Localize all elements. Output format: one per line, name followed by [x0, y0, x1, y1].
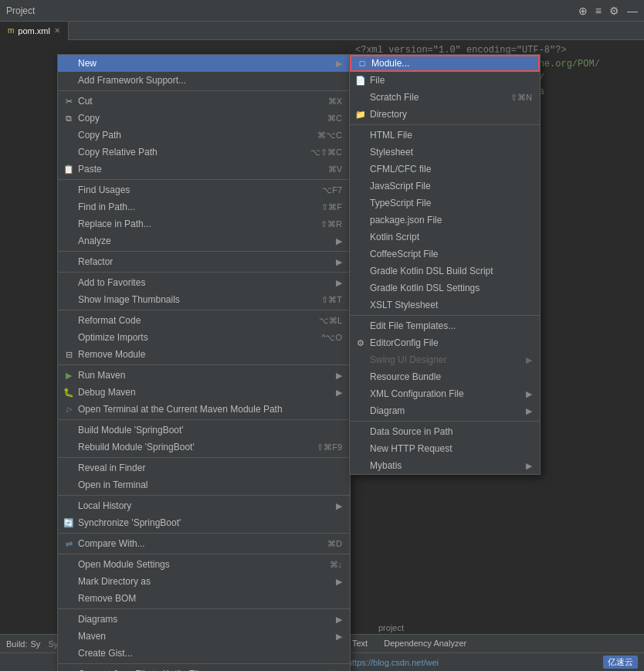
- separator-8: [58, 457, 350, 458]
- submenu-label-resource-bundle: Resource Bundle: [370, 371, 532, 382]
- menu-item-new[interactable]: New ▶: [58, 55, 350, 72]
- menu-label-add-to-favorites: Add to Favorites: [78, 277, 336, 288]
- menu-item-open-in-terminal[interactable]: Open in Terminal: [58, 476, 350, 493]
- menu-item-mark-directory-as[interactable]: Mark Directory as ▶: [58, 573, 350, 590]
- submenu-item-editorconfig-file[interactable]: ⚙ EditorConfig File: [350, 334, 540, 351]
- menu-item-paste[interactable]: 📋 Paste ⌘V: [58, 161, 350, 178]
- menu-label-remove-module: Remove Module: [78, 349, 342, 360]
- menu-item-copy-path[interactable]: Copy Path ⌘⌥C: [58, 127, 350, 144]
- add-icon[interactable]: ⊕: [578, 5, 588, 17]
- submenu-item-scratch-file[interactable]: Scratch File ⇧⌘N: [350, 89, 540, 106]
- menu-item-rebuild-module[interactable]: Rebuild Module 'SpringBoot' ⇧⌘F9: [58, 439, 350, 456]
- project-title: Project: [6, 5, 35, 16]
- submenu-item-diagram[interactable]: Diagram ▶: [350, 402, 540, 419]
- arrow-icon-new: ▶: [336, 59, 342, 69]
- arrow-icon-swing: ▶: [526, 355, 532, 365]
- settings-icon[interactable]: ⚙: [609, 5, 619, 17]
- menu-item-copy-relative-path[interactable]: Copy Relative Path ⌥⇧⌘C: [58, 144, 350, 161]
- submenu-item-stylesheet[interactable]: Stylesheet: [350, 144, 540, 161]
- project-label: project: [378, 623, 404, 632]
- menu-item-build-module[interactable]: Build Module 'SpringBoot': [58, 422, 350, 439]
- menu-item-show-image-thumbnails[interactable]: Show Image Thumbnails ⇧⌘T: [58, 291, 350, 308]
- submenu-label-xml-configuration-file: XML Configuration File: [370, 388, 526, 399]
- menu-icon[interactable]: ≡: [595, 5, 602, 17]
- submenu-item-mybatis[interactable]: Mybatis ▶: [350, 457, 540, 474]
- cut-icon: ✂: [63, 97, 75, 107]
- arrow-icon-mybatis: ▶: [526, 461, 532, 471]
- menu-item-debug-maven[interactable]: 🐛 Debug Maven ▶: [58, 384, 350, 401]
- menu-item-replace-in-path[interactable]: Replace in Path... ⇧⌘R: [58, 215, 350, 232]
- menu-item-maven[interactable]: Maven ▶: [58, 628, 350, 645]
- menu-item-add-to-favorites[interactable]: Add to Favorites ▶: [58, 274, 350, 291]
- submenu-item-gradle-kotlin-settings[interactable]: Gradle Kotlin DSL Settings: [350, 280, 540, 297]
- menu-item-remove-module[interactable]: ⊟ Remove Module: [58, 346, 350, 363]
- submenu-label-swing-ui-designer: Swing UI Designer: [370, 354, 526, 365]
- menu-item-diagrams[interactable]: Diagrams ▶: [58, 611, 350, 628]
- submenu-label-editorconfig-file: EditorConfig File: [370, 337, 532, 348]
- submenu-item-module[interactable]: □ Module...: [350, 55, 540, 72]
- menu-label-replace-in-path: Replace in Path...: [78, 219, 305, 229]
- editor-tabs: m pom.xml ✕: [0, 22, 644, 40]
- submenu-item-cfml-cfc-file[interactable]: CFML/CFC file: [350, 161, 540, 178]
- menu-item-find-usages[interactable]: Find Usages ⌥F7: [58, 181, 350, 198]
- menu-item-open-module-settings[interactable]: Open Module Settings ⌘↓: [58, 556, 350, 573]
- top-bar: Project ⊕ ≡ ⚙ —: [0, 0, 644, 22]
- submenu-item-javascript-file[interactable]: JavaScript File: [350, 178, 540, 195]
- submenu-item-typescript-file[interactable]: TypeScript File: [350, 195, 540, 212]
- submenu-label-typescript-file: TypeScript File: [370, 198, 532, 208]
- submenu-item-gradle-kotlin-dsl[interactable]: Gradle Kotlin DSL Build Script: [350, 263, 540, 280]
- menu-item-cut[interactable]: ✂ Cut ⌘X: [58, 93, 350, 110]
- submenu-item-resource-bundle[interactable]: Resource Bundle: [350, 368, 540, 385]
- separator-7: [58, 419, 350, 420]
- shortcut-copy-relative-path: ⌥⇧⌘C: [295, 147, 342, 158]
- menu-item-copy[interactable]: ⧉ Copy ⌘C: [58, 110, 350, 127]
- submenu-item-xslt-stylesheet[interactable]: XSLT Stylesheet: [350, 297, 540, 313]
- menu-item-reformat-code[interactable]: Reformat Code ⌥⌘L: [58, 312, 350, 329]
- menu-item-compare-with[interactable]: ⇌ Compare With... ⌘D: [58, 535, 350, 552]
- menu-label-rebuild-module: Rebuild Module 'SpringBoot': [78, 442, 301, 452]
- menu-label-build-module: Build Module 'SpringBoot': [78, 425, 342, 435]
- menu-item-synchronize[interactable]: 🔄 Synchronize 'SpringBoot': [58, 514, 350, 531]
- submenu-item-html-file[interactable]: HTML File: [350, 127, 540, 144]
- menu-item-add-framework[interactable]: Add Framework Support...: [58, 72, 350, 89]
- submenu-item-new-http-request[interactable]: New HTTP Request: [350, 440, 540, 457]
- menu-label-paste: Paste: [78, 164, 313, 175]
- menu-item-reveal-in-finder[interactable]: Reveal in Finder: [58, 459, 350, 476]
- copy-icon: ⧉: [63, 114, 75, 124]
- submenu-label-gradle-kotlin-settings: Gradle Kotlin DSL Settings: [370, 283, 532, 293]
- submenu-label-javascript-file: JavaScript File: [370, 181, 532, 191]
- submenu-separator-2: [350, 315, 540, 316]
- menu-label-reveal-in-finder: Reveal in Finder: [78, 463, 342, 473]
- minimize-icon[interactable]: —: [627, 5, 638, 17]
- menu-item-open-terminal-maven[interactable]: ▷ Open Terminal at the Current Maven Mod…: [58, 401, 350, 418]
- submenu-item-directory[interactable]: 📁 Directory: [350, 106, 540, 123]
- shortcut-scratch-file: ⇧⌘N: [495, 93, 532, 103]
- menu-item-local-history[interactable]: Local History ▶: [58, 497, 350, 514]
- submenu-item-xml-configuration-file[interactable]: XML Configuration File ▶: [350, 385, 540, 402]
- menu-item-remove-bom[interactable]: Remove BOM: [58, 590, 350, 607]
- menu-item-optimize-imports[interactable]: Optimize Imports ^⌥O: [58, 329, 350, 346]
- submenu-label-diagram: Diagram: [370, 405, 526, 416]
- submenu-item-file[interactable]: 📄 File: [350, 72, 540, 89]
- separator-11: [58, 554, 350, 554]
- submenu-item-coffeescript-file[interactable]: CoffeeScript File: [350, 246, 540, 263]
- tab-dependency-analyzer[interactable]: Dependency Analyzer: [378, 637, 473, 651]
- submenu-item-swing-ui-designer[interactable]: Swing UI Designer ▶: [350, 351, 540, 368]
- submenu-item-edit-file-templates[interactable]: Edit File Templates...: [350, 317, 540, 334]
- submenu-separator-3: [350, 421, 540, 422]
- menu-item-refactor[interactable]: Refactor ▶: [58, 253, 350, 270]
- submenu-item-data-source-in-path[interactable]: Data Source in Path: [350, 423, 540, 440]
- menu-item-convert-java[interactable]: Convert Java File to Kotlin File ⌥⌘K: [58, 666, 350, 671]
- close-icon[interactable]: ✕: [54, 26, 60, 35]
- menu-label-analyze: Analyze: [78, 236, 336, 246]
- submenu-label-html-file: HTML File: [370, 130, 532, 141]
- submenu-item-package-json-file[interactable]: package.json File: [350, 212, 540, 229]
- menu-label-diagrams: Diagrams: [78, 614, 336, 625]
- submenu-item-kotlin-script[interactable]: Kotlin Script: [350, 229, 540, 246]
- menu-item-analyze[interactable]: Analyze ▶: [58, 232, 350, 249]
- submenu-label-data-source-in-path: Data Source in Path: [370, 426, 532, 437]
- menu-item-find-in-path[interactable]: Find in Path... ⇧⌘F: [58, 198, 350, 215]
- tab-pom-xml[interactable]: m pom.xml ✕: [0, 22, 69, 40]
- menu-item-create-gist[interactable]: Create Gist...: [58, 645, 350, 662]
- menu-item-run-maven[interactable]: ▶ Run Maven ▶: [58, 367, 350, 384]
